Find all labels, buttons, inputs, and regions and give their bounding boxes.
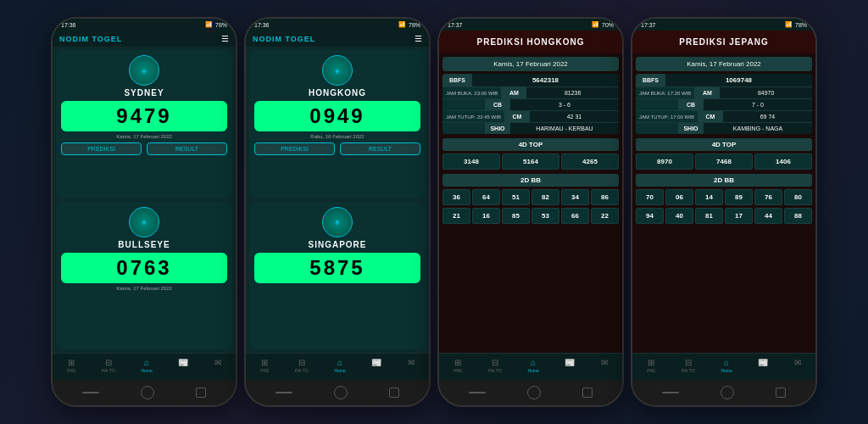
phone-4-2d-r1-n5: 76 <box>754 189 782 205</box>
phone-3-2d-r2-n3: 85 <box>502 208 530 224</box>
phone-2-nav-paito[interactable]: ⊟ PAI TO <box>295 358 309 373</box>
phone-1-bullseye-date: Kamis, 17 Februari 2022 <box>116 286 172 291</box>
phone-2-logo: NODIM TOGEL <box>253 35 315 43</box>
phone-1-nav-paito-icon: ⊟ <box>105 358 112 367</box>
phone-4-label-am: JAM BUKA: 17:20 WIB <box>636 87 694 98</box>
phone-1-hamburger[interactable]: ☰ <box>221 34 229 43</box>
phone-4-4d-row: 8970 7468 1406 <box>636 153 812 170</box>
phone-3-4d-title: 4D TOP <box>442 138 619 151</box>
phone-1-home-btn[interactable] <box>141 386 154 399</box>
phone-4-2d-r1-n3: 14 <box>695 189 723 205</box>
phone-1-status-icons: 📶 78% <box>205 21 227 28</box>
phone-1-nav-news-icon: 📰 <box>178 358 188 367</box>
phone-2-hongkong-card: ♠ HONGKONG 0949 Rabu, 16 Februari 2022 P… <box>249 50 426 198</box>
phone-4: 17:37 📶 78% PREDIKSI JEPANG Kamis, 17 Fe… <box>631 17 817 407</box>
phone-2-singapore-number: 5875 <box>254 253 420 283</box>
phone-1-nav-home-label: Home <box>141 368 152 373</box>
phone-1-logo: NODIM TOGEL <box>59 35 122 43</box>
phone-3-back-btn[interactable] <box>469 392 486 393</box>
phone-1-recent-btn[interactable] <box>196 388 206 398</box>
phone-4-nav-pre[interactable]: ⊞ PRE <box>647 358 655 373</box>
phone-3-row-am: JAM BUKA: 23:00 WIB AM 81236 <box>442 87 619 99</box>
phone-3-4d-n1: 3148 <box>442 153 500 170</box>
phone-2-hongkong-buttons: PREDIKSI RESULT <box>254 142 420 155</box>
phone-3-nav-news[interactable]: 📰 <box>565 358 575 373</box>
phone-2-battery: 78% <box>409 22 420 28</box>
phone-4-nav-news[interactable]: 📰 <box>758 358 768 373</box>
phone-1-nav-pre[interactable]: ⊞ PRE <box>67 358 75 373</box>
phone-3-bottom-nav: ⊞ PRE ⊟ PAI TO ⌂ Home 📰 ✉ <box>439 353 622 380</box>
phone-2-nav-mail[interactable]: ✉ <box>408 358 415 373</box>
phone-4-back-btn[interactable] <box>662 392 679 393</box>
phone-2-nav-home[interactable]: ⌂ Home <box>334 358 345 373</box>
phone-2-nav-news[interactable]: 📰 <box>371 358 381 373</box>
phone-2-hongkong-prediksi[interactable]: PREDIKSI <box>254 142 335 155</box>
phone-3-2d-r1-n4: 82 <box>531 189 559 205</box>
phone-1-bullseye-country: BULLSEYE <box>118 240 170 249</box>
phone-4-status-bar: 17:37 📶 78% <box>632 19 815 31</box>
phone-3-key-cb: CB <box>485 99 510 110</box>
phone-4-nav-paito-label: PAI TO <box>682 368 695 373</box>
phone-4-battery: 78% <box>795 22 807 28</box>
phone-4-date: Kamis, 17 Februari 2022 <box>636 57 812 71</box>
phone-3-nav-mail[interactable]: ✉ <box>601 358 608 373</box>
phone-1-bottom-nav: ⊞ PRE ⊟ PAI TO ⌂ Home 📰 ✉ <box>53 353 236 380</box>
phone-3-nav-home[interactable]: ⌂ Home <box>527 358 538 373</box>
phone-4-nav-home[interactable]: ⌂ Home <box>721 358 732 373</box>
phone-3-date: Kamis, 17 Februari 2022 <box>442 57 619 71</box>
phone-1-back-btn[interactable] <box>82 392 99 393</box>
phone-4-row-shio: SHIO KAMBING - NAGA <box>636 123 812 134</box>
phone-4-val-shio: KAMBING - NAGA <box>704 123 812 134</box>
phone-4-key-shio: SHIO <box>678 123 704 134</box>
phone-3-2d-r1-n3: 51 <box>502 189 530 205</box>
phone-4-nav-paito[interactable]: ⊟ PAI TO <box>682 358 695 373</box>
phone-3-nav-pre[interactable]: ⊞ PRE <box>453 358 462 373</box>
phone-3-screen: 17:37 📶 70% PREDIKSI HONGKONG Kamis, 17 … <box>439 19 622 380</box>
phone-3-table: BBFS 5642318 JAM BUKA: 23:00 WIB AM 8123… <box>442 74 619 134</box>
phone-3-2d-title: 2D BB <box>442 174 619 187</box>
phone-4-row-cm: JAM TUTUP: 17:00 WIB CM 69 74 <box>636 111 812 123</box>
phone-3-2d-r1-n2: 64 <box>472 189 500 205</box>
phone-4-4d-n3: 1406 <box>754 153 812 170</box>
phone-2-hongkong-result[interactable]: RESULT <box>340 142 420 155</box>
phone-4-key-am: AM <box>694 87 720 98</box>
phone-4-nav-home-label: Home <box>721 368 732 373</box>
phone-3-2d-r2-n5: 66 <box>561 208 589 224</box>
phone-4-recent-btn[interactable] <box>776 388 786 398</box>
phone-2-recent-btn[interactable] <box>389 388 399 398</box>
phone-3-home-btn[interactable] <box>527 386 541 399</box>
phone-4-2d-r2-n1: 94 <box>636 208 664 224</box>
phone-1-nav-home[interactable]: ⌂ Home <box>141 358 152 373</box>
phone-3-nav-paito[interactable]: ⊟ PAI TO <box>488 358 502 373</box>
phone-2-back-btn[interactable] <box>275 392 292 393</box>
phone-1-sydney-result[interactable]: RESULT <box>147 142 227 155</box>
phone-1-sydney-number: 9479 <box>61 101 227 131</box>
phone-4-2d-r1-n2: 06 <box>665 189 693 205</box>
phone-3-nav-pre-label: PRE <box>453 368 462 373</box>
phone-2-singapore-country: SINGAPORE <box>308 240 366 249</box>
phone-3-2d-r2-n4: 53 <box>531 208 559 224</box>
phone-1-sydney-logo: ♠ <box>129 55 159 86</box>
phone-4-nav-news-icon: 📰 <box>758 358 768 367</box>
phone-1-nav-home-icon: ⌂ <box>144 358 149 367</box>
phone-2-hamburger[interactable]: ☰ <box>415 34 422 43</box>
phone-2-nav-pre[interactable]: ⊞ PRE <box>260 358 269 373</box>
phone-1-sydney-country: SYDNEY <box>124 88 164 98</box>
phone-2-nav-paito-label: PAI TO <box>295 368 309 373</box>
phone-2: 17:36 📶 78% NODIM TOGEL ☰ ♠ HONGKONG 094… <box>244 17 431 407</box>
phone-2-home-btn[interactable] <box>334 386 348 399</box>
phone-4-label-cb <box>636 99 678 110</box>
phone-1-nav-mail[interactable]: ✉ <box>214 358 221 373</box>
phone-4-nav-mail[interactable]: ✉ <box>794 358 801 373</box>
phone-1-nav-news[interactable]: 📰 <box>178 358 188 373</box>
phone-1-nav-paito[interactable]: ⊟ PAI TO <box>102 358 115 373</box>
phone-4-home-btn[interactable] <box>721 386 734 399</box>
phone-1-sydney-prediksi[interactable]: PREDIKSI <box>61 142 142 155</box>
phone-2-hongkong-number: 0949 <box>254 101 420 131</box>
phone-2-singapore-logo: ♠ <box>322 207 353 237</box>
phone-4-4d-title: 4D TOP <box>636 138 812 151</box>
phone-2-nav-home-icon: ⌂ <box>337 358 342 367</box>
phone-4-pred-content: Kamis, 17 Februari 2022 BBFS 1069748 JAM… <box>632 53 815 353</box>
phone-3-recent-btn[interactable] <box>582 388 593 398</box>
phone-4-row-am: JAM BUKA: 17:20 WIB AM 84970 <box>636 87 812 99</box>
